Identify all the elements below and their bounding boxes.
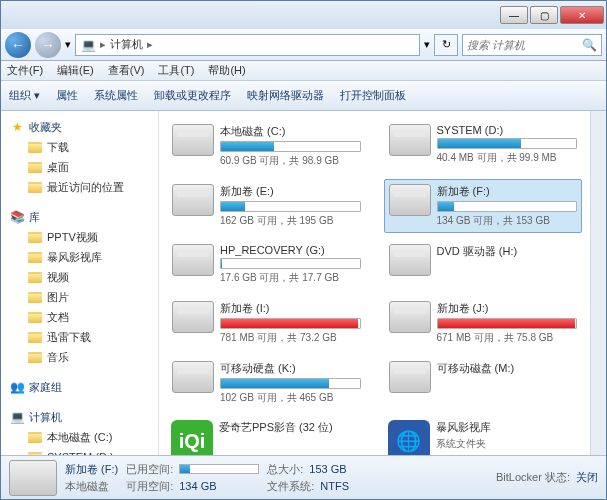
drive-icon: [389, 184, 431, 216]
sidebar-label: 收藏夹: [29, 120, 62, 135]
forward-button[interactable]: →: [35, 32, 61, 58]
sidebar-item-label: 迅雷下载: [47, 330, 91, 345]
address-bar[interactable]: 💻 ▸ 计算机 ▸: [75, 34, 420, 56]
search-box[interactable]: 🔍: [462, 34, 602, 56]
drive-name: 可移动硬盘 (K:): [220, 361, 361, 376]
search-input[interactable]: [467, 39, 582, 51]
folder-icon: [27, 249, 43, 265]
capacity-bar: [220, 141, 361, 152]
sidebar-item[interactable]: 本地磁盘 (C:): [1, 427, 158, 447]
command-bar: 组织 ▾ 属性 系统属性 卸载或更改程序 映射网络驱动器 打开控制面板: [1, 81, 606, 111]
drive-icon: [172, 124, 214, 156]
drive-icon: [172, 361, 214, 393]
close-button[interactable]: ✕: [560, 6, 604, 24]
drive-item[interactable]: 可移动磁盘 (M:): [384, 356, 583, 410]
drive-item[interactable]: 新加卷 (J:)671 MB 可用，共 75.8 GB: [384, 296, 583, 350]
sidebar-item[interactable]: 图片: [1, 287, 158, 307]
drive-item[interactable]: 新加卷 (I:)781 MB 可用，共 73.2 GB: [167, 296, 366, 350]
sidebar-item-label: 最近访问的位置: [47, 180, 124, 195]
bitlocker-label: BitLocker 状态:: [496, 470, 570, 485]
sidebar-item-label: 音乐: [47, 350, 69, 365]
sidebar-computer[interactable]: 💻 计算机: [1, 407, 158, 427]
sidebar-homegroup[interactable]: 👥 家庭组: [1, 377, 158, 397]
sidebar-item[interactable]: 桌面: [1, 157, 158, 177]
sidebar-item[interactable]: 迅雷下载: [1, 327, 158, 347]
properties-button[interactable]: 属性: [56, 88, 78, 103]
menu-file[interactable]: 文件(F): [7, 63, 43, 78]
app-icon: 🌐: [388, 420, 430, 455]
back-button[interactable]: ←: [5, 32, 31, 58]
drive-item[interactable]: 新加卷 (F:)134 GB 可用，共 153 GB: [384, 179, 583, 233]
menu-help[interactable]: 帮助(H): [208, 63, 245, 78]
file-list[interactable]: 本地磁盘 (C:)60.9 GB 可用，共 98.9 GBSYSTEM (D:)…: [159, 111, 590, 455]
app-name: 爱奇艺PPS影音 (32 位): [219, 420, 362, 435]
chevron-right-icon[interactable]: ▸: [147, 38, 153, 51]
drive-item[interactable]: 本地磁盘 (C:)60.9 GB 可用，共 98.9 GB: [167, 119, 366, 173]
address-dropdown[interactable]: ▾: [424, 38, 430, 51]
sidebar-item[interactable]: 下载: [1, 137, 158, 157]
app-item[interactable]: 🌐暴风影视库系统文件夹: [384, 416, 583, 455]
drive-free-text: 60.9 GB 可用，共 98.9 GB: [220, 154, 361, 168]
capacity-bar: [220, 258, 361, 269]
capacity-bar: [220, 318, 361, 329]
computer-icon: 💻: [9, 409, 25, 425]
sidebar-item[interactable]: 暴风影视库: [1, 247, 158, 267]
sidebar-item[interactable]: SYSTEM (D:): [1, 447, 158, 455]
sidebar-item[interactable]: 音乐: [1, 347, 158, 367]
sidebar-label: 家庭组: [29, 380, 62, 395]
minimize-button[interactable]: —: [500, 6, 528, 24]
drive-free-text: 162 GB 可用，共 195 GB: [220, 214, 361, 228]
star-icon: ★: [9, 119, 25, 135]
sidebar-libraries[interactable]: 📚 库: [1, 207, 158, 227]
drive-item[interactable]: HP_RECOVERY (G:)17.6 GB 可用，共 17.7 GB: [167, 239, 366, 290]
history-dropdown[interactable]: ▾: [65, 38, 71, 51]
sidebar-item-label: 图片: [47, 290, 69, 305]
menu-edit[interactable]: 编辑(E): [57, 63, 94, 78]
sidebar-item[interactable]: PPTV视频: [1, 227, 158, 247]
capacity-bar: [220, 378, 361, 389]
control-panel-button[interactable]: 打开控制面板: [340, 88, 406, 103]
refresh-button[interactable]: ↻: [434, 34, 458, 56]
menu-view[interactable]: 查看(V): [108, 63, 145, 78]
sidebar-item[interactable]: 视频: [1, 267, 158, 287]
sidebar-favorites[interactable]: ★ 收藏夹: [1, 117, 158, 137]
app-item[interactable]: iQi爱奇艺PPS影音 (32 位): [167, 416, 366, 455]
maximize-button[interactable]: ▢: [530, 6, 558, 24]
library-icon: 📚: [9, 209, 25, 225]
navigation-pane[interactable]: ★ 收藏夹 下载桌面最近访问的位置 📚 库 PPTV视频暴风影视库视频图片文档迅…: [1, 111, 159, 455]
sidebar-item[interactable]: 最近访问的位置: [1, 177, 158, 197]
sidebar-label: 库: [29, 210, 40, 225]
uninstall-button[interactable]: 卸载或更改程序: [154, 88, 231, 103]
menu-bar: 文件(F) 编辑(E) 查看(V) 工具(T) 帮助(H): [1, 61, 606, 81]
drive-item[interactable]: 新加卷 (E:)162 GB 可用，共 195 GB: [167, 179, 366, 233]
total-value: 153 GB: [309, 463, 346, 475]
sidebar-item-label: 视频: [47, 270, 69, 285]
sidebar-item[interactable]: 文档: [1, 307, 158, 327]
drive-item[interactable]: SYSTEM (D:)40.4 MB 可用，共 99.9 MB: [384, 119, 583, 173]
drive-name: 新加卷 (F:): [437, 184, 578, 199]
capacity-bar: [437, 318, 578, 329]
drive-item[interactable]: 可移动硬盘 (K:)102 GB 可用，共 465 GB: [167, 356, 366, 410]
drive-item[interactable]: DVD 驱动器 (H:): [384, 239, 583, 290]
map-drive-button[interactable]: 映射网络驱动器: [247, 88, 324, 103]
folder-icon: [27, 289, 43, 305]
chevron-right-icon[interactable]: ▸: [100, 38, 106, 51]
app-sub: 系统文件夹: [436, 437, 579, 451]
menu-tools[interactable]: 工具(T): [158, 63, 194, 78]
drive-free-text: 102 GB 可用，共 465 GB: [220, 391, 361, 405]
details-pane: 新加卷 (F:) 本地磁盘 已用空间: 可用空间: 134 GB 总大小: 15…: [1, 455, 606, 499]
drive-free-text: 17.6 GB 可用，共 17.7 GB: [220, 271, 361, 285]
folder-icon: [27, 159, 43, 175]
drive-name: 本地磁盘 (C:): [220, 124, 361, 139]
drive-name: 新加卷 (J:): [437, 301, 578, 316]
sidebar-item-label: 本地磁盘 (C:): [47, 430, 112, 445]
scrollbar[interactable]: [590, 111, 606, 455]
titlebar[interactable]: — ▢ ✕: [1, 1, 606, 29]
drive-name: HP_RECOVERY (G:): [220, 244, 361, 256]
organize-button[interactable]: 组织 ▾: [9, 88, 40, 103]
drive-icon: [389, 301, 431, 333]
folder-icon: [27, 229, 43, 245]
breadcrumb-computer[interactable]: 计算机: [110, 37, 143, 52]
system-properties-button[interactable]: 系统属性: [94, 88, 138, 103]
computer-icon: 💻: [80, 37, 96, 53]
